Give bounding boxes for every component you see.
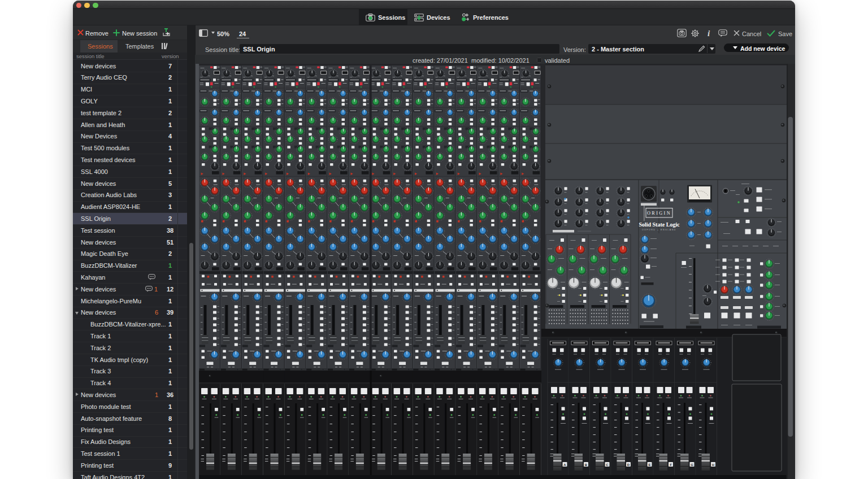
svg-text:ORIGIN: ORIGIN [647,211,671,216]
svg-text:i: i [708,29,710,37]
svg-text:C: C [606,463,609,467]
svg-text:OXFORD + ENGLAND: OXFORD + ENGLAND [642,229,676,231]
svg-text:A: A [563,463,566,467]
svg-text:D: D [627,463,630,467]
svg-text:B: B [585,463,588,467]
svg-text:H: H [712,463,714,467]
svg-text:E: E [648,463,650,467]
svg-text:F: F [670,463,672,467]
svg-text:Solid State Logic: Solid State Logic [639,221,680,228]
svg-text:G: G [691,463,693,467]
